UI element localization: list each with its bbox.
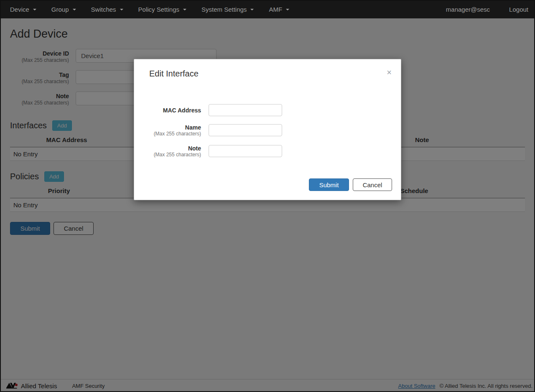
chevron-down-icon: [33, 9, 36, 10]
edit-interface-modal: Edit Interface × MAC Address Name (Max 2…: [134, 59, 401, 200]
modal-submit-button[interactable]: Submit: [309, 178, 349, 191]
chevron-down-icon: [120, 9, 123, 10]
modal-note-input[interactable]: [209, 145, 282, 157]
top-navbar: Device Group Switches Policy Settings Sy…: [0, 0, 535, 18]
chevron-down-icon: [250, 9, 254, 10]
modal-cancel-button[interactable]: Cancel: [353, 178, 392, 191]
logout-button[interactable]: Logout: [509, 6, 528, 13]
modal-note-row: Note (Max 255 characters): [134, 145, 401, 158]
navbar-right: manager@sesc Logout: [446, 6, 528, 13]
modal-name-input[interactable]: [209, 124, 282, 136]
menu-amf-label: AMF: [269, 6, 282, 13]
modal-note-label: Note (Max 255 characters): [134, 145, 201, 158]
modal-footer: Submit Cancel: [309, 178, 392, 191]
logged-in-user: manager@sesc: [446, 6, 490, 13]
modal-name-label: Name (Max 255 characters): [134, 124, 201, 137]
modal-mac-address-row: MAC Address: [134, 104, 401, 116]
modal-name-row: Name (Max 255 characters): [134, 124, 401, 137]
menu-system-settings[interactable]: System Settings: [201, 6, 254, 13]
chevron-down-icon: [183, 9, 186, 10]
chevron-down-icon: [73, 9, 76, 10]
menu-switches-label: Switches: [91, 6, 116, 13]
modal-body: MAC Address Name (Max 255 characters) No…: [134, 79, 401, 158]
modal-title: Edit Interface: [149, 69, 199, 79]
modal-mac-address-input[interactable]: [209, 104, 282, 116]
menu-group-label: Group: [51, 6, 69, 13]
menu-amf[interactable]: AMF: [269, 6, 289, 13]
menu-device-label: Device: [10, 6, 29, 13]
chevron-down-icon: [286, 9, 289, 10]
modal-header: Edit Interface ×: [134, 59, 401, 79]
menu-switches[interactable]: Switches: [91, 6, 123, 13]
menu-system-settings-label: System Settings: [201, 6, 247, 13]
app-screen: Device Group Switches Policy Settings Sy…: [0, 0, 535, 392]
close-icon[interactable]: ×: [387, 69, 392, 76]
menu-group[interactable]: Group: [51, 6, 76, 13]
modal-mac-address-label: MAC Address: [134, 104, 201, 116]
menu-policy-settings[interactable]: Policy Settings: [138, 6, 186, 13]
menu-device[interactable]: Device: [10, 6, 36, 13]
menu-policy-settings-label: Policy Settings: [138, 6, 179, 13]
